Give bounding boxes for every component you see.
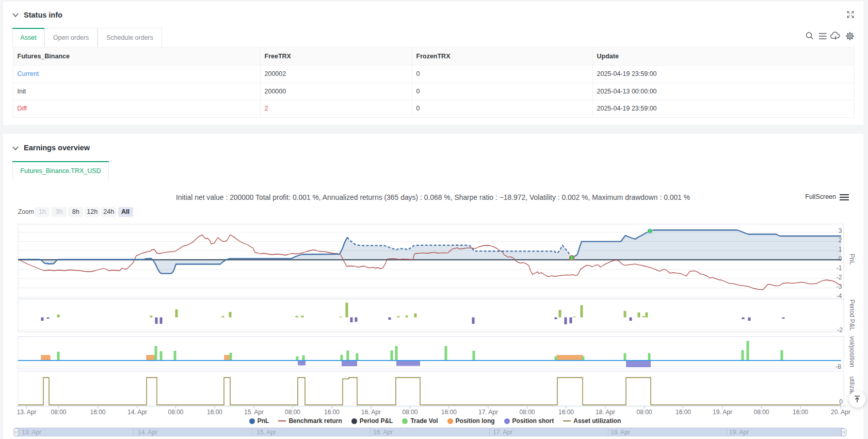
svg-text:3: 3 (839, 227, 842, 234)
svg-text:16:00: 16:00 (676, 409, 691, 416)
svg-text:-8: -8 (835, 363, 841, 370)
svg-text:16:00: 16:00 (90, 409, 105, 416)
svg-text:08:00: 08:00 (285, 409, 300, 416)
svg-text:0: 0 (839, 255, 842, 262)
svg-text:08:00: 08:00 (753, 409, 769, 416)
svg-text:15. Apr: 15. Apr (244, 409, 264, 416)
svg-text:08:00: 08:00 (402, 409, 417, 416)
svg-text:16:00: 16:00 (441, 409, 457, 416)
svg-text:vol/position: vol/position (848, 336, 856, 367)
svg-text:16:00: 16:00 (207, 409, 222, 416)
svg-text:0: 0 (839, 398, 843, 405)
svg-text:17. Apr: 17. Apr (478, 409, 498, 416)
svg-text:PnL: PnL (848, 254, 856, 265)
svg-text:16:00: 16:00 (324, 409, 340, 416)
svg-text:14. Apr: 14. Apr (127, 409, 147, 416)
svg-text:08:00: 08:00 (168, 409, 183, 416)
svg-text:-4: -4 (837, 292, 842, 300)
svg-text:08:00: 08:00 (519, 409, 535, 416)
svg-text:08:00: 08:00 (636, 409, 652, 416)
svg-text:-1: -1 (837, 264, 842, 272)
svg-text:16:00: 16:00 (793, 409, 808, 416)
svg-text:1: 1 (839, 246, 842, 253)
svg-text:-3: -3 (837, 283, 842, 290)
svg-text:08:00: 08:00 (51, 409, 66, 416)
svg-text:-2: -2 (837, 326, 843, 334)
svg-text:-2: -2 (837, 274, 842, 281)
svg-text:16:00: 16:00 (558, 409, 574, 416)
svg-text:18. Apr: 18. Apr (596, 409, 615, 416)
svg-text:Period P&L: Period P&L (848, 300, 856, 331)
svg-text:19. Apr: 19. Apr (713, 409, 732, 416)
svg-text:20. Apr: 20. Apr (831, 409, 850, 416)
svg-text:2: 2 (839, 237, 842, 244)
svg-text:13. Apr: 13. Apr (17, 409, 36, 416)
svg-text:16. Apr: 16. Apr (361, 409, 381, 416)
